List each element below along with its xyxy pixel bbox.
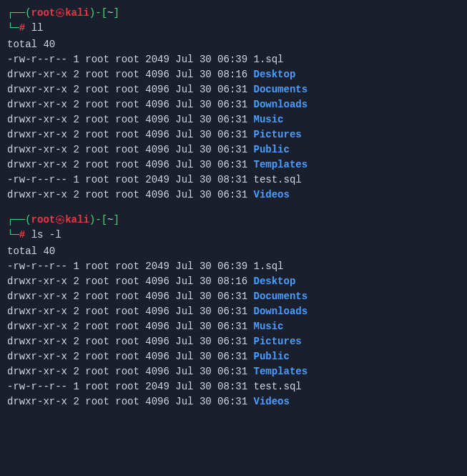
file-row: drwxr-xr-x 2 root root 4096 Jul 30 06:31… xyxy=(7,289,460,304)
file-name: 1.sql xyxy=(254,54,284,65)
file-row: drwxr-xr-x 2 root root 4096 Jul 30 06:31… xyxy=(7,188,460,203)
prompt-line-1: ┌──(root㉿kali)-[~] xyxy=(7,6,460,21)
file-name: 1.sql xyxy=(254,261,284,272)
file-name: Downloads xyxy=(254,99,308,110)
command-text: ll xyxy=(31,22,44,34)
file-row: drwxr-xr-x 2 root root 4096 Jul 30 06:31… xyxy=(7,97,460,112)
file-row: -rw-r--r-- 1 root root 2049 Jul 30 06:39… xyxy=(7,259,460,274)
file-row: drwxr-xr-x 2 root root 4096 Jul 30 06:31… xyxy=(7,319,460,334)
file-row: drwxr-xr-x 2 root root 4096 Jul 30 06:31… xyxy=(7,157,460,173)
file-row: -rw-r--r-- 1 root root 2049 Jul 30 08:31… xyxy=(7,173,460,188)
total-line: total 40 xyxy=(7,37,460,52)
file-name: Templates xyxy=(254,366,308,377)
file-name: Downloads xyxy=(254,306,308,317)
file-row: drwxr-xr-x 2 root root 4096 Jul 30 06:31… xyxy=(7,394,460,409)
file-name: Documents xyxy=(254,84,308,95)
file-name: Public xyxy=(254,351,290,362)
file-row: drwxr-xr-x 2 root root 4096 Jul 30 06:31… xyxy=(7,127,460,142)
file-name: Documents xyxy=(254,291,308,302)
prompt-line-2: └─# ls -l xyxy=(7,228,460,243)
file-row: drwxr-xr-x 2 root root 4096 Jul 30 06:31… xyxy=(7,304,460,319)
file-row: -rw-r--r-- 1 root root 2049 Jul 30 06:39… xyxy=(7,52,460,67)
file-row: drwxr-xr-x 2 root root 4096 Jul 30 08:16… xyxy=(7,274,460,289)
file-name: Videos xyxy=(254,189,290,200)
file-row: drwxr-xr-x 2 root root 4096 Jul 30 06:31… xyxy=(7,142,460,157)
file-row: drwxr-xr-x 2 root root 4096 Jul 30 06:31… xyxy=(7,82,460,97)
prompt-line-2: └─# ll xyxy=(7,21,460,36)
file-name: Music xyxy=(254,114,284,125)
file-name: Pictures xyxy=(254,129,302,140)
prompt-line-1: ┌──(root㉿kali)-[~] xyxy=(7,213,460,228)
terminal-output[interactable]: ┌──(root㉿kali)-[~]└─# lltotal 40-rw-r--r… xyxy=(7,6,460,409)
file-name: Videos xyxy=(254,396,290,407)
file-name: Pictures xyxy=(254,336,302,347)
total-line: total 40 xyxy=(7,244,460,259)
file-name: Music xyxy=(254,321,284,332)
file-name: Desktop xyxy=(254,69,296,80)
file-name: Desktop xyxy=(254,276,296,287)
file-row: drwxr-xr-x 2 root root 4096 Jul 30 06:31… xyxy=(7,349,460,364)
file-name: test.sql xyxy=(254,174,302,185)
file-row: drwxr-xr-x 2 root root 4096 Jul 30 08:16… xyxy=(7,67,460,82)
file-name: Templates xyxy=(254,159,308,170)
file-row: -rw-r--r-- 1 root root 2049 Jul 30 08:31… xyxy=(7,379,460,394)
file-name: Public xyxy=(254,144,290,155)
command-text: ls -l xyxy=(31,229,62,241)
file-row: drwxr-xr-x 2 root root 4096 Jul 30 06:31… xyxy=(7,334,460,349)
file-row: drwxr-xr-x 2 root root 4096 Jul 30 06:31… xyxy=(7,364,460,379)
file-name: test.sql xyxy=(254,381,302,392)
file-row: drwxr-xr-x 2 root root 4096 Jul 30 06:31… xyxy=(7,112,460,127)
